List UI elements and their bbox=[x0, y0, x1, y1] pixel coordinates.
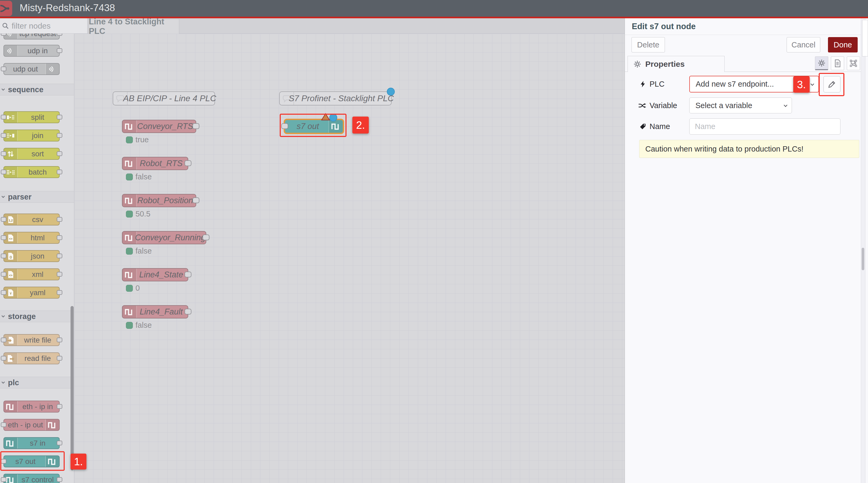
palette-node-label: sort bbox=[18, 149, 58, 159]
flow-node-robot-position[interactable]: Robot_Position bbox=[122, 194, 196, 207]
input-port[interactable] bbox=[1, 66, 6, 71]
palette-node-s7-in[interactable]: s7 in bbox=[3, 437, 60, 449]
output-port[interactable] bbox=[57, 133, 62, 138]
palette-node-batch[interactable]: batch bbox=[3, 166, 60, 178]
comment-node-s7-profinet[interactable]: S7 Profinet - Stacklight PLC bbox=[279, 91, 392, 105]
output-port[interactable] bbox=[57, 169, 62, 174]
input-port[interactable] bbox=[1, 422, 6, 427]
palette-node-split[interactable]: split bbox=[3, 111, 60, 123]
palette-node-tcp-request[interactable]: tcp request bbox=[3, 34, 60, 39]
palette-node-join[interactable]: join bbox=[3, 130, 60, 141]
tab-properties[interactable]: Properties bbox=[627, 56, 724, 72]
palette-node-read-file[interactable]: read file bbox=[3, 352, 60, 364]
input-port[interactable] bbox=[1, 133, 6, 138]
output-port[interactable] bbox=[185, 271, 191, 278]
input-port[interactable] bbox=[1, 34, 6, 36]
output-port[interactable] bbox=[57, 217, 62, 222]
category-label: sequence bbox=[8, 85, 43, 94]
flow-node-robot-rts[interactable]: Robot_RTS bbox=[122, 157, 188, 170]
name-input[interactable] bbox=[689, 119, 840, 135]
input-port[interactable] bbox=[1, 115, 6, 120]
output-port[interactable] bbox=[192, 123, 199, 129]
palette-node-label: xml bbox=[18, 269, 58, 280]
cancel-button[interactable]: Cancel bbox=[786, 37, 820, 53]
gear-icon bbox=[633, 60, 642, 68]
caution-text: Caution when writing data to production … bbox=[645, 144, 803, 153]
output-port[interactable] bbox=[57, 441, 62, 445]
input-port[interactable] bbox=[1, 254, 6, 258]
palette-node-csv[interactable]: 1,2 csv bbox=[3, 214, 60, 225]
gear-icon bbox=[817, 59, 826, 67]
palette-category-storage[interactable]: storage bbox=[0, 311, 74, 322]
output-port[interactable] bbox=[203, 234, 210, 240]
comment-node-ab-eip-cip[interactable]: AB EIP/CIP - Line 4 PLC bbox=[113, 91, 215, 105]
app-title: Misty-Redshank-7438 bbox=[20, 0, 115, 17]
comment-label: AB EIP/CIP - Line 4 PLC bbox=[127, 92, 212, 105]
description-view-button[interactable] bbox=[831, 57, 844, 70]
output-port[interactable] bbox=[57, 337, 62, 342]
input-port[interactable] bbox=[1, 337, 6, 342]
palette-node-eth-ip-in[interactable]: eth - ip in bbox=[3, 400, 60, 413]
delete-button[interactable]: Delete bbox=[631, 37, 665, 53]
palette-node-udp-out[interactable]: udp out bbox=[3, 63, 60, 75]
flow-node-line4-fault[interactable]: Line4_Fault bbox=[122, 305, 188, 319]
output-port[interactable] bbox=[185, 309, 191, 315]
category-label: parser bbox=[8, 193, 32, 201]
input-port[interactable] bbox=[1, 290, 6, 295]
palette-node-html[interactable]: <> html bbox=[3, 232, 60, 244]
output-port[interactable] bbox=[57, 151, 62, 156]
output-port[interactable] bbox=[57, 272, 62, 277]
done-button[interactable]: Done bbox=[828, 37, 858, 53]
flow-node-conveyor-rts[interactable]: Conveyor_RTS bbox=[122, 120, 196, 133]
palette-node-json[interactable]: {} json bbox=[3, 250, 60, 262]
output-port[interactable] bbox=[57, 235, 62, 240]
flow-node-line4-state[interactable]: Line4_State bbox=[122, 268, 188, 281]
output-port[interactable] bbox=[185, 160, 191, 166]
palette-category-plc[interactable]: plc bbox=[0, 377, 74, 388]
palette-category-parser[interactable]: parser bbox=[0, 191, 74, 203]
palette-scrollbar[interactable] bbox=[70, 306, 74, 470]
output-port[interactable] bbox=[192, 197, 199, 203]
status-text: 0 bbox=[135, 284, 140, 292]
appearance-view-button[interactable] bbox=[847, 57, 860, 70]
palette-node-label: csv bbox=[18, 214, 58, 225]
input-port[interactable] bbox=[1, 272, 6, 277]
palette-node-eth-ip-out[interactable]: eth - ip out bbox=[3, 419, 60, 431]
input-port[interactable] bbox=[1, 151, 6, 156]
variable-field-label: Variable bbox=[638, 97, 677, 114]
output-port[interactable] bbox=[57, 290, 62, 295]
input-port[interactable] bbox=[1, 235, 6, 240]
palette-node-label: write file bbox=[18, 334, 58, 346]
palette-node-sort[interactable]: sort bbox=[3, 148, 60, 160]
palette-node-write-file[interactable]: write file bbox=[3, 334, 60, 346]
pulse-icon bbox=[45, 419, 59, 430]
output-port[interactable] bbox=[57, 254, 62, 258]
input-port[interactable] bbox=[1, 217, 6, 222]
palette-node-s7-control[interactable]: s7 control bbox=[3, 474, 60, 483]
tab-line4-to-stacklight-plc[interactable]: Line 4 to Stacklight PLC bbox=[89, 19, 179, 34]
doc-icon bbox=[833, 59, 842, 68]
palette-category-sequence[interactable]: sequence bbox=[0, 84, 74, 95]
properties-view-button[interactable] bbox=[815, 57, 828, 70]
flow-canvas[interactable]: AB EIP/CIP - Line 4 PLC S7 Profinet - St… bbox=[74, 34, 625, 483]
input-port[interactable] bbox=[1, 477, 6, 482]
output-port[interactable] bbox=[57, 34, 62, 36]
output-port[interactable] bbox=[57, 404, 62, 409]
filter-nodes-input[interactable] bbox=[11, 21, 80, 31]
flow-node-conveyor-running[interactable]: Conveyor_Running bbox=[122, 231, 206, 244]
cancel-button-label: Cancel bbox=[792, 40, 815, 49]
output-port[interactable] bbox=[57, 48, 62, 53]
output-port[interactable] bbox=[57, 477, 62, 482]
badge-text: 3. bbox=[797, 79, 806, 91]
input-port[interactable] bbox=[1, 356, 6, 361]
tray-scrollbar-thumb[interactable] bbox=[862, 248, 864, 270]
output-port[interactable] bbox=[57, 115, 62, 120]
input-port[interactable] bbox=[1, 169, 6, 174]
palette-node-yaml[interactable]: Y yaml bbox=[3, 287, 60, 299]
palette-node-label: udp in bbox=[18, 45, 58, 56]
variable-select[interactable]: Select a variable bbox=[689, 97, 792, 114]
output-port[interactable] bbox=[57, 356, 62, 361]
palette-node-udp-in[interactable]: udp in bbox=[3, 45, 60, 57]
pulse-icon bbox=[4, 438, 18, 449]
palette-node-xml[interactable]: <> xml bbox=[3, 268, 60, 280]
